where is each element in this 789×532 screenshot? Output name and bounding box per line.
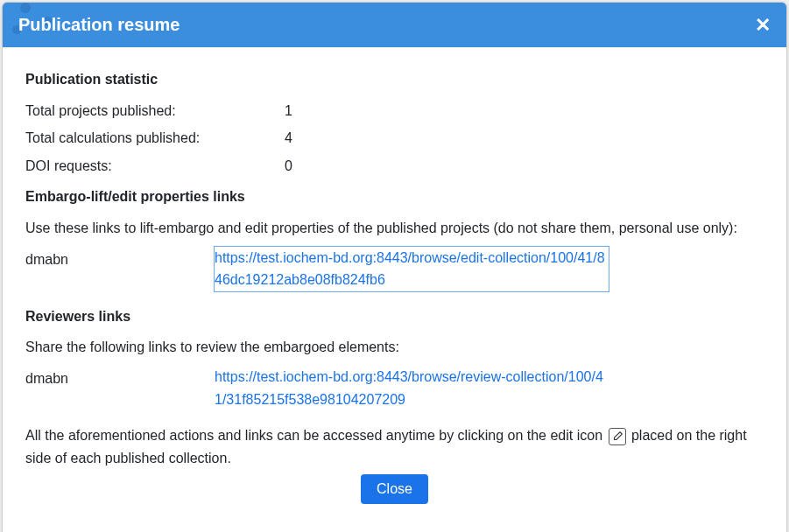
close-icon: ✕ (755, 14, 771, 36)
publication-resume-modal: Publication resume ✕ Publication statist… (2, 2, 787, 532)
stat-row: Total calculations published: 4 (25, 127, 764, 150)
reviewers-review-link[interactable]: https://test.iochem-bd.org:8443/browse/r… (215, 366, 609, 410)
publication-statistic-heading: Publication statistic (25, 68, 764, 91)
embargo-link-row: dmabn https://test.iochem-bd.org:8443/br… (25, 247, 764, 291)
stat-value-projects: 1 (285, 100, 764, 122)
reviewers-link-cell: https://test.iochem-bd.org:8443/browse/r… (215, 366, 609, 410)
modal-title: Publication resume (18, 15, 180, 35)
stat-value-calculations: 4 (285, 127, 764, 150)
embargo-heading: Embargo-lift/edit properties links (25, 186, 764, 208)
stat-value-doi: 0 (285, 155, 764, 178)
embargo-link-cell: https://test.iochem-bd.org:8443/browse/e… (215, 247, 609, 291)
embargo-section: Embargo-lift/edit properties links Use t… (25, 186, 764, 290)
stat-label-doi: DOI requests: (25, 155, 285, 178)
footer-note: All the aforementioned actions and links… (25, 424, 764, 469)
modal-footer: Close (25, 469, 764, 523)
edit-icon (609, 428, 626, 445)
stat-row: Total projects published: 1 (25, 100, 764, 122)
embargo-instruction: Use these links to lift-embargo and edit… (25, 217, 764, 240)
close-icon-button[interactable]: ✕ (755, 16, 771, 35)
embargo-edit-link[interactable]: https://test.iochem-bd.org:8443/browse/e… (215, 247, 609, 291)
close-button[interactable]: Close (361, 474, 428, 504)
stat-label-projects: Total projects published: (25, 100, 285, 122)
reviewers-link-row: dmabn https://test.iochem-bd.org:8443/br… (25, 366, 764, 410)
reviewers-instruction: Share the following links to review the … (25, 336, 764, 359)
reviewers-section: Reviewers links Share the following link… (25, 305, 764, 410)
modal-header: Publication resume ✕ (3, 3, 786, 47)
stat-row: DOI requests: 0 (25, 155, 764, 178)
reviewers-heading: Reviewers links (25, 305, 764, 328)
modal-body: Publication statistic Total projects pub… (3, 47, 786, 532)
embargo-link-label: dmabn (25, 247, 215, 291)
footer-note-part1: All the aforementioned actions and links… (25, 428, 607, 443)
stat-label-calculations: Total calculations published: (25, 127, 285, 150)
reviewers-link-label: dmabn (25, 366, 215, 410)
